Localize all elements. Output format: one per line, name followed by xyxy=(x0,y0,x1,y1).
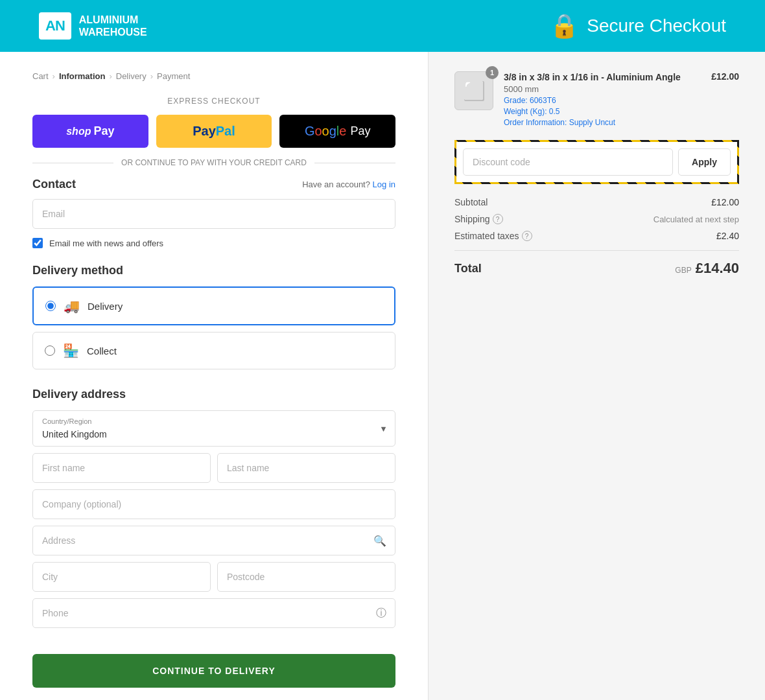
logo-name: ALUMINIUM WAREHOUSE xyxy=(79,14,147,38)
newsletter-row: Email me with news and offers xyxy=(32,238,395,248)
taxes-info-icon[interactable]: ? xyxy=(522,231,532,241)
taxes-row: Estimated taxes ? £2.40 xyxy=(454,231,739,241)
express-checkout-label: EXPRESS CHECKOUT xyxy=(32,97,395,106)
right-panel: ⬜ 1 3/8 in x 3/8 in x 1/16 in - Aluminiu… xyxy=(428,52,765,700)
search-icon: 🔍 xyxy=(373,535,386,547)
postcode-input[interactable] xyxy=(217,562,395,592)
breadcrumb-delivery: Delivery xyxy=(116,71,147,81)
company-input[interactable] xyxy=(32,489,395,519)
product-weight: Weight (Kg): 0.5 xyxy=(504,107,701,116)
total-value: GBP £14.40 xyxy=(675,260,739,277)
product-size: 5000 mm xyxy=(504,84,701,94)
shipping-label: Shipping ? xyxy=(454,214,503,224)
breadcrumb-payment: Payment xyxy=(157,71,190,81)
name-row xyxy=(32,453,395,483)
product-name: 3/8 in x 3/8 in x 1/16 in - Aluminium An… xyxy=(504,71,701,83)
login-link: Have an account? Log in xyxy=(302,180,395,189)
truck-icon: 🚚 xyxy=(64,298,80,314)
total-label: Total xyxy=(454,262,482,275)
product-thumbnail: ⬜ xyxy=(463,80,486,102)
city-input[interactable] xyxy=(32,562,211,592)
newsletter-label: Email me with news and offers xyxy=(49,239,163,248)
contact-title: Contact xyxy=(32,178,76,191)
delivery-address-title: Delivery address xyxy=(32,388,395,401)
contact-header: Contact Have an account? Log in xyxy=(32,178,395,191)
header: AN ALUMINIUM WAREHOUSE 🔒 Secure Checkout xyxy=(0,0,765,52)
help-icon: ⓘ xyxy=(376,607,386,620)
product-image-wrap: ⬜ 1 xyxy=(454,71,493,110)
breadcrumb-information: Information xyxy=(59,71,106,81)
delivery-radio[interactable] xyxy=(45,301,56,311)
breadcrumb: Cart › Information › Delivery › Payment xyxy=(32,71,395,81)
company-group xyxy=(32,489,395,519)
email-input[interactable] xyxy=(32,199,395,229)
gpay-button[interactable]: Google Pay xyxy=(279,115,395,148)
paypal-button[interactable]: PayPal xyxy=(156,115,272,148)
discount-wrapper: Apply xyxy=(454,140,739,184)
log-in-link[interactable]: Log in xyxy=(373,180,395,189)
product-item: ⬜ 1 3/8 in x 3/8 in x 1/16 in - Aluminiu… xyxy=(454,71,739,127)
delivery-method-title: Delivery method xyxy=(32,264,395,277)
product-order-info: Order Information: Supply Uncut xyxy=(504,118,701,127)
country-label: Country/Region xyxy=(33,411,100,425)
total-row: Total GBP £14.40 xyxy=(454,250,739,277)
address-input[interactable] xyxy=(32,526,395,555)
taxes-label: Estimated taxes ? xyxy=(454,231,532,241)
product-badge: 1 xyxy=(486,66,499,79)
collect-label: Collect xyxy=(87,345,117,356)
logo: AN ALUMINIUM WAREHOUSE xyxy=(39,12,147,40)
address-group: 🔍 xyxy=(32,526,395,555)
delivery-label: Delivery xyxy=(88,301,123,312)
subtotal-row: Subtotal £12.00 xyxy=(454,197,739,207)
left-panel: Cart › Information › Delivery › Payment … xyxy=(0,52,428,700)
first-name-input[interactable] xyxy=(32,453,211,483)
breadcrumb-sep2: › xyxy=(109,71,112,81)
delivery-option-collect[interactable]: 🏪 Collect xyxy=(32,332,395,369)
product-info: 3/8 in x 3/8 in x 1/16 in - Aluminium An… xyxy=(504,71,701,127)
phone-input[interactable] xyxy=(32,598,395,628)
secure-checkout: 🔒 Secure Checkout xyxy=(550,12,726,40)
or-divider: OR CONTINUE TO PAY WITH YOUR CREDIT CARD xyxy=(32,158,395,167)
logo-initials: AN xyxy=(39,12,71,40)
last-name-input[interactable] xyxy=(217,453,395,483)
collect-radio[interactable] xyxy=(45,345,55,356)
delivery-option-delivery[interactable]: 🚚 Delivery xyxy=(32,286,395,325)
product-grade: Grade: 6063T6 xyxy=(504,96,701,105)
city-postcode-row xyxy=(32,562,395,592)
shipping-row: Shipping ? Calculated at next step xyxy=(454,214,739,224)
taxes-value: £2.40 xyxy=(716,231,739,241)
product-price: £12.00 xyxy=(711,71,739,82)
breadcrumb-sep3: › xyxy=(150,71,153,81)
discount-input[interactable] xyxy=(463,148,673,176)
subtotal-label: Subtotal xyxy=(454,197,488,207)
store-icon: 🏪 xyxy=(63,343,79,358)
shop-pay-button[interactable]: shop Pay xyxy=(32,115,148,148)
lock-icon: 🔒 xyxy=(550,12,579,40)
address-section: Country/Region United Kingdom ▾ 🔍 xyxy=(32,410,395,628)
page-layout: Cart › Information › Delivery › Payment … xyxy=(0,52,765,700)
discount-inner: Apply xyxy=(463,148,731,176)
total-amount: £14.40 xyxy=(696,260,739,277)
total-currency: GBP xyxy=(675,266,691,275)
breadcrumb-cart[interactable]: Cart xyxy=(32,71,49,81)
apply-button[interactable]: Apply xyxy=(678,148,731,176)
shipping-value: Calculated at next step xyxy=(653,215,739,224)
email-group xyxy=(32,199,395,229)
continue-to-delivery-button[interactable]: CONTINUE TO DELIVERY xyxy=(32,654,395,688)
breadcrumb-sep1: › xyxy=(53,71,55,81)
delivery-options: 🚚 Delivery 🏪 Collect xyxy=(32,286,395,369)
express-buttons: shop Pay PayPal Google Pay xyxy=(32,115,395,148)
shipping-info-icon[interactable]: ? xyxy=(493,214,503,224)
phone-group: ⓘ xyxy=(32,598,395,628)
country-select-box: Country/Region United Kingdom ▾ xyxy=(32,410,395,447)
subtotal-value: £12.00 xyxy=(711,197,739,207)
newsletter-checkbox[interactable] xyxy=(32,238,43,248)
